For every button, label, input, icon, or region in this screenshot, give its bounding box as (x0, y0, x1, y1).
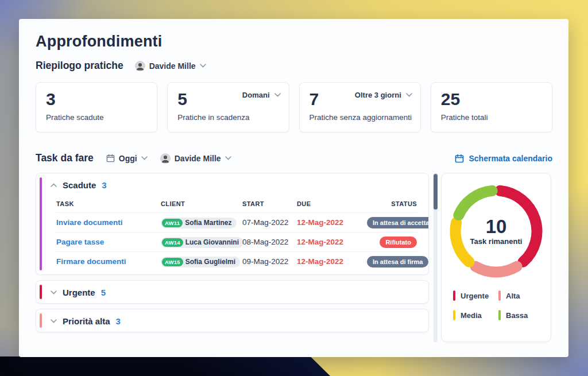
stat-card-totali: 25 Pratiche totali (431, 82, 552, 133)
client-badge: AW14 Luca Giovannini (161, 237, 243, 248)
stat-card-scadute: 3 Pratiche scadute (36, 82, 157, 133)
chevron-down-icon (225, 156, 231, 160)
start-date: 07-Mag-2022 (242, 218, 297, 227)
summary-user-name: Davide Mille (149, 61, 196, 71)
chevron-down-icon (141, 156, 148, 160)
dashboard-panel: Approfondimenti Riepilogo pratiche David… (19, 19, 568, 357)
stat-cards: 3 Pratiche scadute 5 Pratiche in scadenz… (36, 82, 552, 133)
stat-filter-value: Domani (242, 91, 270, 99)
legend-item-urgente: Urgente (453, 290, 494, 301)
status-badge: In attesa di accettazione (367, 217, 429, 228)
stat-label: Pratiche senza aggiornamenti (310, 113, 412, 122)
tasks-remaining-label: Task rimanenti (470, 237, 523, 246)
stat-label: Pratiche totali (441, 113, 544, 122)
stat-label: Pratiche in scadenza (177, 113, 280, 122)
table-row: Pagare tasse AW14 Luca Giovannini 08-Mag… (56, 232, 417, 251)
calendar-icon (106, 154, 115, 162)
stat-filter-dropdown[interactable]: Domani (242, 91, 281, 99)
summary-title: Riepilogo pratiche (36, 60, 123, 72)
tasks-donut-card: 10 Task rimanenti UrgenteAltaMediaBassa (441, 173, 551, 342)
section-title: Priorità alta (63, 316, 110, 326)
tasks-date-filter[interactable]: Oggi (106, 154, 148, 163)
client-name: Luca Giovannini (185, 238, 239, 246)
legend-marker (453, 310, 455, 320)
section-priorita-alta-header[interactable]: Priorità alta 3 (36, 309, 428, 332)
client-cell: AW14 Luca Giovannini (161, 237, 242, 248)
legend-label: Bassa (506, 311, 528, 320)
status-cell: Rifiutato (367, 237, 417, 248)
table-header-row: TASK CLIENT START DUE STATUS (56, 197, 417, 212)
tasks-table: TASK CLIENT START DUE STATUS Inviare doc… (36, 196, 428, 274)
due-date: 12-Mag-2022 (297, 218, 367, 227)
user-avatar (135, 61, 145, 71)
stat-filter-value: Oltre 3 giorni (355, 91, 401, 99)
task-link[interactable]: Pagare tasse (56, 238, 161, 246)
summary-user-filter[interactable]: Davide Mille (135, 61, 206, 71)
tasks-remaining-value: 10 (486, 217, 507, 236)
donut-chart: 10 Task rimanenti (450, 185, 543, 278)
chevron-down-icon (274, 93, 281, 97)
client-name: Sofia Martinez (185, 219, 231, 227)
section-urgente-header[interactable]: Urgente 5 (36, 281, 428, 303)
section-scadute: Scadute 3 TASK CLIENT START DUE STATUS I… (36, 173, 429, 275)
client-badge: AW15 Sofia Guglielmi (161, 257, 240, 268)
column-header-client: CLIENT (161, 200, 242, 207)
tasks-date-filter-value: Oggi (119, 154, 137, 163)
donut-center: 10 Task rimanenti (450, 185, 543, 278)
section-count: 3 (102, 180, 106, 190)
section-title: Urgente (63, 288, 95, 297)
column-header-status: STATUS (367, 200, 417, 207)
status-cell: In attesa di firma (367, 256, 428, 268)
chevron-down-icon (200, 64, 206, 68)
vertical-scrollbar[interactable] (434, 173, 438, 342)
section-accent-bar (40, 285, 42, 299)
legend-item-media: Media (453, 310, 494, 320)
tasks-main: Scadute 3 TASK CLIENT START DUE STATUS I… (36, 173, 552, 342)
task-sections: Scadute 3 TASK CLIENT START DUE STATUS I… (36, 173, 429, 338)
tasks-user-filter-value: Davide Mille (175, 154, 221, 163)
stat-card-senza-aggiornamenti: 7 Pratiche senza aggiornamenti Oltre 3 g… (299, 82, 421, 133)
status-cell: In attesa di accettazione (367, 217, 429, 228)
section-urgente: Urgente 5 (36, 280, 429, 304)
table-row: Firmare documenti AW15 Sofia Guglielmi 0… (56, 251, 417, 271)
legend-marker (498, 290, 501, 301)
section-accent-bar (40, 313, 42, 328)
client-code-badge: AW11 (162, 219, 183, 227)
section-count: 5 (101, 288, 106, 297)
legend-item-bassa: Bassa (498, 310, 539, 320)
start-date: 09-Mag-2022 (242, 257, 297, 266)
summary-header: Riepilogo pratiche Davide Mille (36, 60, 552, 72)
stat-value: 3 (46, 90, 149, 108)
legend-label: Urgente (461, 292, 489, 300)
scrollbar-thumb[interactable] (434, 174, 438, 210)
chevron-up-icon (51, 183, 57, 187)
due-date: 12-Mag-2022 (297, 238, 367, 246)
stat-filter-dropdown[interactable]: Oltre 3 giorni (355, 91, 412, 99)
section-scadute-header[interactable]: Scadute 3 (36, 173, 428, 196)
client-code-badge: AW14 (162, 238, 183, 247)
status-badge: Rifiutato (380, 237, 417, 248)
section-count: 3 (116, 316, 121, 326)
column-header-start: START (242, 200, 297, 207)
page-title: Approfondimenti (36, 33, 552, 51)
legend-label: Media (461, 311, 482, 320)
legend-label: Alta (506, 292, 520, 300)
section-title: Scadute (63, 180, 96, 190)
table-row: Inviare documenti AW11 Sofia Martinez 07… (56, 212, 417, 232)
legend-marker (453, 290, 455, 301)
legend-item-alta: Alta (498, 290, 539, 301)
client-code-badge: AW15 (162, 258, 183, 266)
client-badge: AW11 Sofia Martinez (161, 218, 237, 228)
donut-legend: UrgenteAltaMediaBassa (453, 290, 539, 320)
chevron-down-icon (51, 319, 57, 323)
tasks-user-filter[interactable]: Davide Mille (160, 153, 231, 164)
tasks-header: Task da fare Oggi Davide Mille Schermata… (36, 152, 552, 164)
task-link[interactable]: Inviare documenti (56, 218, 161, 227)
task-link[interactable]: Firmare documenti (56, 257, 161, 266)
chevron-down-icon (406, 93, 412, 97)
status-badge: In attesa di firma (367, 256, 428, 268)
section-accent-bar (40, 177, 42, 270)
client-cell: AW11 Sofia Martinez (161, 217, 242, 228)
stat-value: 25 (441, 90, 544, 108)
calendar-view-link[interactable]: Schermata calendario (455, 154, 552, 163)
